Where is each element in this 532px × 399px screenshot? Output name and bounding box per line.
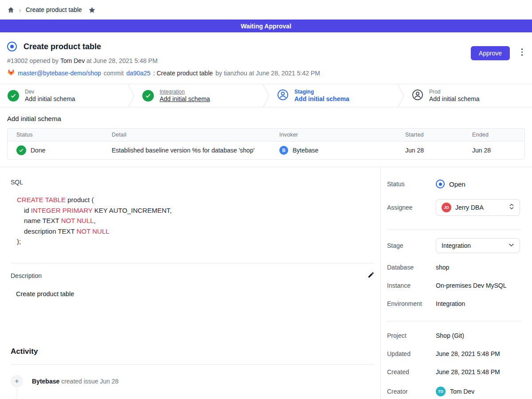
- approve-button[interactable]: Approve: [471, 46, 510, 60]
- stage-label: Stage: [387, 242, 436, 249]
- commit-message: : Create product table: [153, 70, 213, 77]
- divider: [11, 263, 375, 263]
- check-circle-icon: [142, 90, 154, 102]
- sidebar-database-row: Database shop: [387, 264, 521, 271]
- creator-label: Creator: [387, 388, 436, 395]
- commit-row: master@bytebase-demo/shop commit da90a25…: [7, 68, 525, 78]
- environment-label: Environment: [387, 300, 436, 307]
- commit-branch-link[interactable]: master@bytebase-demo/shop: [18, 70, 101, 77]
- task-table: Status Detail Invoker Started Ended Done…: [7, 128, 525, 160]
- database-label: Database: [387, 264, 436, 271]
- divider: [11, 364, 375, 365]
- issue-open-icon: [7, 42, 17, 51]
- sidebar-environment-row: Environment Integration: [387, 300, 521, 307]
- stage-prod[interactable]: Prod Add initial schema: [404, 84, 532, 107]
- updated-label: Updated: [387, 350, 436, 357]
- assignee-avatar: JD: [442, 203, 451, 212]
- activity-item: + Bytebase created issue Jun 28: [11, 375, 375, 387]
- activity-action: created issue: [61, 378, 98, 385]
- stage-env-label: Prod: [429, 89, 480, 95]
- sql-text: product (: [66, 196, 94, 203]
- kebab-menu-icon[interactable]: [521, 48, 523, 56]
- divider: [387, 321, 521, 321]
- breadcrumb-page-title: Create product table: [26, 6, 82, 13]
- task-status: Done: [31, 147, 45, 154]
- stage-env-label: Staging: [294, 89, 349, 95]
- column-invoker: Invoker: [270, 129, 396, 141]
- creator-avatar: TD: [436, 387, 446, 396]
- breadcrumb-separator-icon: ›: [19, 6, 21, 14]
- sidebar-created-row: Created June 28, 2021 5:48 PM: [387, 368, 521, 376]
- pipeline-stages: Dev Add initial schema Integration Add i…: [0, 84, 532, 107]
- sql-text: );: [17, 238, 21, 245]
- star-icon[interactable]: [88, 6, 96, 14]
- column-detail: Detail: [103, 129, 270, 141]
- stage-separator: [128, 84, 135, 108]
- home-icon[interactable]: [7, 6, 15, 14]
- page-title: Create product table: [23, 42, 101, 51]
- sidebar: Status Open Assignee JD Jerry DBA Stage …: [380, 167, 532, 399]
- issue-author: Tom Dev: [60, 57, 85, 64]
- assignee-label: Assignee: [387, 204, 436, 211]
- sql-keyword: NOT NULL: [61, 217, 94, 224]
- column-ended: Ended: [463, 129, 524, 141]
- stage-task-label: Add initial schema: [160, 95, 210, 102]
- created-label: Created: [387, 368, 436, 376]
- stage-task-label: Add initial schema: [429, 95, 480, 102]
- description-text: Create product table: [16, 290, 375, 297]
- stage-separator: [397, 84, 404, 108]
- sql-text: KEY AUTO_INCREMENT,: [92, 207, 172, 214]
- main-panel: SQL CREATE TABLE product ( id INTEGER PR…: [0, 167, 380, 399]
- status-label: Status: [387, 180, 436, 188]
- sql-keyword: CREATE TABLE: [17, 196, 66, 203]
- instance-value: On-premises Dev MySQL: [436, 282, 506, 289]
- database-value: shop: [436, 264, 449, 271]
- sidebar-updated-row: Updated June 28, 2021 5:48 PM: [387, 350, 521, 357]
- environment-value: Integration: [436, 300, 465, 307]
- task-section-title: Add initial schema: [7, 115, 525, 122]
- divider: [387, 230, 521, 230]
- commit-author-time: by tianzhou at June 28, 2021 5:42 PM: [215, 70, 320, 77]
- timeline-line: [17, 388, 17, 399]
- sql-label: SQL: [11, 179, 375, 186]
- stage-staging[interactable]: Staging Add initial schema: [270, 84, 397, 107]
- stage-integration[interactable]: Integration Add initial schema: [135, 84, 262, 107]
- table-header-row: Status Detail Invoker Started Ended: [8, 129, 524, 141]
- issue-opened-time: at June 28, 2021 5:48 PM: [86, 57, 157, 64]
- sidebar-status-row: Status Open: [387, 180, 521, 188]
- open-status-icon: [436, 180, 445, 188]
- task-started: Jun 28: [396, 141, 463, 159]
- stage-value: Integration: [442, 242, 471, 249]
- gitlab-icon: [7, 68, 15, 78]
- stage-select[interactable]: Integration: [436, 238, 520, 253]
- updated-value: June 28, 2021 5:48 PM: [436, 350, 500, 357]
- assignee-select[interactable]: JD Jerry DBA: [436, 199, 520, 216]
- done-check-icon: [16, 145, 26, 155]
- activity-time: Jun 28: [100, 378, 118, 385]
- edit-pencil-icon[interactable]: [368, 271, 375, 280]
- sql-text: ,: [94, 217, 96, 224]
- sidebar-creator-row: Creator TD Tom Dev: [387, 387, 521, 396]
- sql-keyword: NOT NULL: [77, 227, 110, 235]
- updown-chevron-icon: [509, 203, 514, 212]
- issue-id-text: #13002 opened by: [7, 57, 59, 64]
- chevron-down-icon: [509, 242, 514, 250]
- project-label: Project: [387, 332, 436, 339]
- creator-value: Tom Dev: [450, 388, 474, 395]
- sql-text: description TEXT: [24, 227, 77, 235]
- sql-text: name TEXT: [24, 217, 61, 224]
- activity-actor: Bytebase: [32, 378, 59, 385]
- task-detail: Established baseline version %s for data…: [103, 141, 270, 159]
- stage-task-label: Add initial schema: [25, 95, 75, 102]
- table-row[interactable]: Done Established baseline version %s for…: [8, 141, 524, 159]
- description-label: Description: [11, 272, 42, 279]
- created-value: June 28, 2021 5:48 PM: [436, 368, 500, 376]
- activity-title: Activity: [11, 347, 375, 356]
- commit-hash-link[interactable]: da90a25: [126, 70, 151, 77]
- stage-dev[interactable]: Dev Add initial schema: [0, 84, 128, 107]
- column-started: Started: [396, 129, 463, 141]
- commit-word: commit: [104, 70, 124, 77]
- stage-env-label: Dev: [25, 89, 75, 95]
- breadcrumb: › Create product table: [0, 0, 532, 20]
- issue-header: Create product table #13002 opened by To…: [0, 32, 532, 84]
